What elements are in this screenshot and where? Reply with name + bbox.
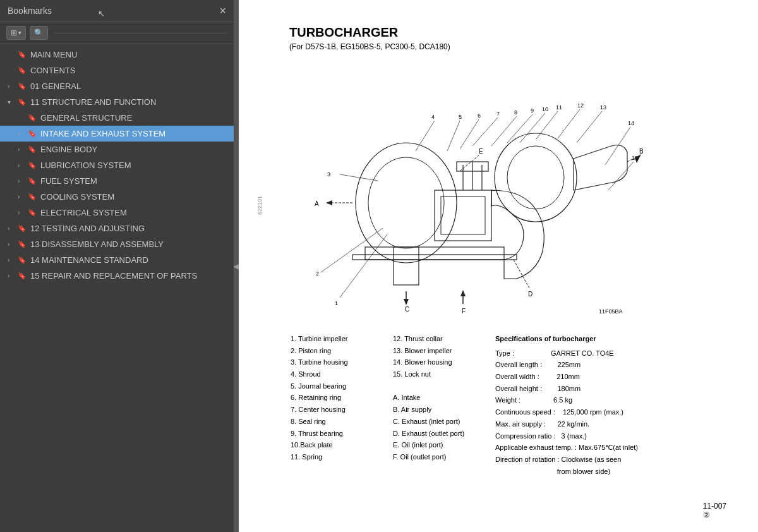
specs-title: Specifications of turbocharger xyxy=(495,333,719,345)
svg-text:13: 13 xyxy=(600,104,606,111)
bookmark-item-15-repair[interactable]: ›🔖15 REPAIR AND REPLACEMENT OF PARTS xyxy=(0,268,234,284)
svg-line-33 xyxy=(447,121,460,151)
resize-handle[interactable]: ◀ xyxy=(234,0,239,532)
spec-item: Direction of rotation : Clockwise (as se… xyxy=(495,454,719,477)
bookmark-item-main-menu[interactable]: 🔖MAIN MENU xyxy=(0,47,234,63)
bookmark-icon: 🔖 xyxy=(18,51,27,59)
page-title: TURBOCHARGER xyxy=(289,25,726,40)
bookmark-icon: 🔖 xyxy=(28,145,37,154)
svg-point-8 xyxy=(507,146,564,209)
search-bookmarks-button[interactable]: 🔍 xyxy=(30,26,48,40)
bookmark-item-cooling-system[interactable]: ›🔖COOLING SYSTEM xyxy=(0,189,234,205)
bookmark-label: 12 TESTING AND ADJUSTING xyxy=(30,224,145,233)
svg-line-43 xyxy=(520,113,545,143)
spec-item: Continuous speed : 125,000 rpm (max.) xyxy=(495,406,719,418)
chevron-icon: › xyxy=(18,146,25,153)
bookmark-item-electrical[interactable]: ›🔖ELECTRICAL SYSTEM xyxy=(0,205,234,221)
bookmark-label: FUEL SYSTEM xyxy=(40,176,97,186)
bookmark-label: MAIN MENU xyxy=(30,50,77,59)
part-item: 1. Turbine impeller xyxy=(291,333,385,345)
svg-line-37 xyxy=(472,118,498,146)
part-item: D. Exhaust (outlet port) xyxy=(393,428,488,440)
spec-item: Compression ratio : 3 (max.) xyxy=(495,430,719,442)
chevron-icon: › xyxy=(8,272,15,279)
svg-text:4: 4 xyxy=(431,114,435,120)
bookmark-item-fuel-system[interactable]: ›🔖FUEL SYSTEM xyxy=(0,173,234,189)
bookmark-item-contents[interactable]: 🔖CONTENTS xyxy=(0,63,234,78)
svg-text:10: 10 xyxy=(542,106,548,112)
svg-text:D: D xyxy=(528,291,532,298)
bookmark-icon: 🔖 xyxy=(28,177,37,185)
bookmark-item-lubrication[interactable]: ›🔖LUBRICATION SYSTEM xyxy=(0,157,234,173)
sidebar-toolbar: ⊞ ▾ 🔍 xyxy=(0,22,234,44)
spec-item: Overall height : 180mm xyxy=(495,383,719,395)
svg-line-45 xyxy=(536,111,558,140)
part-item: 6. Retaining ring xyxy=(291,392,385,404)
bookmark-icon: 🔖 xyxy=(18,256,27,264)
sidebar: Bookmarks ↖ × ⊞ ▾ 🔍 🔖MAIN MENU🔖CONTENTS›… xyxy=(0,0,234,532)
bookmark-item-intake-exhaust[interactable]: ›🔖INTAKE AND EXHAUST SYSTEM xyxy=(0,126,234,142)
svg-line-31 xyxy=(416,121,435,151)
part-item: E. Oil (inlet port) xyxy=(393,439,488,451)
main-content[interactable]: 622101 TURBOCHARGER (For D57S-1B, EG150B… xyxy=(239,0,758,532)
svg-line-49 xyxy=(577,111,602,143)
bookmark-icon: 🔖 xyxy=(28,130,37,138)
part-item: C. Exhaust (inlet port) xyxy=(393,416,488,428)
bookmark-item-12-testing[interactable]: ›🔖12 TESTING AND ADJUSTING xyxy=(0,221,234,236)
bookmark-item-14-maintenance[interactable]: ›🔖14 MAINTENANCE STANDARD xyxy=(0,252,234,268)
svg-marker-16 xyxy=(460,290,466,296)
spec-item: Max. air supply : 22 kg/min. xyxy=(495,418,719,430)
bookmark-icon: 🔖 xyxy=(28,114,37,122)
chevron-icon: › xyxy=(18,162,25,169)
part-item: 12. Thrust collar xyxy=(393,333,488,345)
bookmark-label: INTAKE AND EXHAUST SYSTEM xyxy=(40,129,165,138)
chevron-icon: › xyxy=(18,209,25,216)
chevron-icon: ▾ xyxy=(8,99,15,106)
expand-all-button[interactable]: ⊞ ▾ xyxy=(6,26,26,40)
parts-table: 1. Turbine impeller 2. Piston ring 3. Tu… xyxy=(289,332,726,478)
bookmark-item-01-general[interactable]: ›🔖01 GENERAL xyxy=(0,78,234,94)
part-item: 3. Turbine housing xyxy=(291,356,385,368)
bookmark-label: 15 REPAIR AND REPLACEMENT OF PARTS xyxy=(30,271,197,281)
bookmark-label: COOLING SYSTEM xyxy=(40,192,114,202)
svg-line-25 xyxy=(340,234,387,298)
close-button[interactable]: × xyxy=(219,5,226,16)
spec-item: Type : GARRET CO. TO4E xyxy=(495,348,719,360)
part-item: 13. Blower impeller xyxy=(393,345,488,357)
svg-text:B: B xyxy=(639,148,643,155)
bookmark-icon: 🔖 xyxy=(28,161,37,169)
bookmark-item-general-structure[interactable]: 🔖GENERAL STRUCTURE xyxy=(0,110,234,126)
svg-text:1: 1 xyxy=(335,300,338,306)
bookmark-icon: 🔖 xyxy=(28,209,37,217)
svg-text:11: 11 xyxy=(556,104,562,111)
part-item: 5. Journal bearing xyxy=(291,380,385,392)
svg-line-47 xyxy=(558,109,580,138)
bookmark-label: GENERAL STRUCTURE xyxy=(40,113,132,123)
svg-point-3 xyxy=(368,157,444,248)
chevron-icon: › xyxy=(18,178,25,184)
svg-line-41 xyxy=(507,114,532,143)
bookmark-label: ENGINE BODY xyxy=(40,145,97,154)
part-item: 15. Lock nut xyxy=(393,368,488,380)
part-item: 2. Piston ring xyxy=(291,345,385,357)
diagram-area: C F A B 1 2 3 xyxy=(289,64,726,319)
bookmark-icon: 🔖 xyxy=(18,240,27,248)
bookmark-item-engine-body[interactable]: ›🔖ENGINE BODY xyxy=(0,142,234,157)
part-item: 4. Shroud xyxy=(291,368,385,380)
bookmark-label: LUBRICATION SYSTEM xyxy=(40,160,131,170)
bookmark-item-13-disassembly[interactable]: ›🔖13 DISASSEMBLY AND ASSEMBLY xyxy=(0,236,234,252)
part-item: 7. Center housing xyxy=(291,404,385,416)
svg-rect-4 xyxy=(394,247,419,285)
bookmark-label: 14 MAINTENANCE STANDARD xyxy=(30,255,148,265)
bookmark-list: 🔖MAIN MENU🔖CONTENTS›🔖01 GENERAL▾🔖11 STRU… xyxy=(0,44,234,532)
svg-text:2: 2 xyxy=(316,270,319,277)
chevron-icon: › xyxy=(8,257,15,263)
bookmark-item-11-structure[interactable]: ▾🔖11 STRUCTURE AND FUNCTION xyxy=(0,94,234,110)
svg-line-29 xyxy=(340,174,378,181)
svg-text:F: F xyxy=(462,308,466,315)
specs-col: Specifications of turbocharger Type : GA… xyxy=(495,333,725,477)
svg-text:9: 9 xyxy=(531,107,534,114)
svg-text:3: 3 xyxy=(327,171,330,178)
grid-icon: ⊞ xyxy=(11,28,17,37)
svg-line-53 xyxy=(608,162,634,190)
